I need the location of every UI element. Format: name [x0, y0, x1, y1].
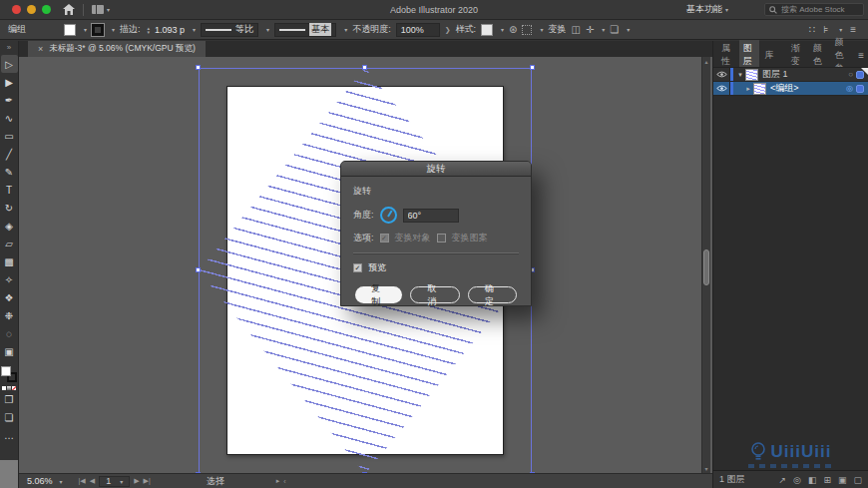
cancel-button[interactable]: 取消	[410, 286, 459, 303]
chevron-down-icon[interactable]: ▾	[540, 26, 543, 33]
scroll-left-icon[interactable]: ‹	[283, 478, 285, 485]
fill-stroke-indicator[interactable]	[1, 366, 17, 382]
rectangle-tool[interactable]: ▭	[1, 127, 18, 145]
chevron-down-icon[interactable]: ▾	[501, 26, 504, 33]
home-icon[interactable]	[63, 4, 75, 15]
new-layer-icon[interactable]: ▣	[838, 475, 847, 485]
shape-modes-icon[interactable]: ❏	[610, 24, 619, 35]
layer-row[interactable]: ▸ <编组> ◎	[713, 82, 868, 96]
zoom-level[interactable]: 5.06%	[27, 476, 53, 486]
chevron-right-icon[interactable]: ❯	[445, 26, 451, 34]
rotate-tool[interactable]: ↻	[1, 199, 18, 217]
fill-color-swatch[interactable]	[64, 24, 76, 36]
collapse-panel-icon[interactable]: »	[7, 43, 11, 55]
layer-row[interactable]: ▾ 图层 1 ○	[713, 68, 868, 82]
first-artboard-icon[interactable]: |◀	[79, 477, 86, 485]
opacity-value[interactable]: 100%	[396, 23, 440, 37]
stroke-weight-stepper[interactable]: ▴▾	[148, 26, 151, 34]
drawing-modes-icon[interactable]: ❐	[1, 390, 18, 408]
scroll-down-icon[interactable]: ▾	[702, 465, 710, 472]
tab-gradient[interactable]: 渐变	[787, 40, 807, 70]
preview-checkbox[interactable]: ✓	[353, 263, 362, 272]
minimize-window-button[interactable]	[27, 5, 36, 14]
tab-libraries[interactable]: 库	[761, 47, 778, 64]
arrange-grid-icon[interactable]: ∷	[809, 24, 815, 35]
chevron-down-icon[interactable]: ▾	[60, 478, 63, 485]
chevron-down-icon[interactable]: ▾	[193, 26, 196, 33]
tab-color[interactable]: 颜色	[809, 40, 829, 70]
selection-indicator[interactable]	[856, 85, 864, 93]
selection-handle[interactable]	[362, 65, 367, 70]
selection-handle[interactable]	[196, 65, 201, 70]
paintbrush-tool[interactable]: ✎	[1, 163, 18, 181]
chevron-down-icon[interactable]: ▾	[735, 71, 745, 79]
document-setup-icon[interactable]	[522, 25, 532, 35]
curvature-tool[interactable]: ∿	[1, 109, 18, 127]
angle-dial[interactable]	[380, 207, 397, 224]
arrange-documents-icon[interactable]	[92, 5, 104, 14]
transform-link[interactable]: 变换	[548, 23, 566, 36]
direct-selection-tool[interactable]: ▶	[1, 73, 18, 91]
artboard-tool[interactable]: ▣	[1, 342, 18, 360]
none-button[interactable]	[12, 386, 16, 390]
workspace-switcher[interactable]: 基本功能 ▾	[686, 3, 728, 16]
isolate-object-icon[interactable]: ◫	[571, 24, 580, 35]
selection-tool[interactable]: ▷	[1, 55, 18, 73]
chevron-down-icon[interactable]: ▾	[112, 26, 115, 33]
chevron-down-icon[interactable]: ▾	[627, 26, 630, 33]
gradient-tool[interactable]: ▩	[1, 252, 18, 270]
collect-for-export-icon[interactable]: ↗	[779, 475, 787, 485]
eyedropper-tool[interactable]: ✧	[1, 270, 18, 288]
document-tab[interactable]: × 未标题-3* @ 5.06% (CMYK/GPU 预览)	[28, 41, 206, 57]
visibility-toggle[interactable]	[713, 68, 730, 81]
zoom-tool[interactable]: ◌	[1, 324, 18, 342]
selection-handle[interactable]	[530, 65, 535, 70]
blend-tool[interactable]: ❖	[1, 288, 18, 306]
layer-name[interactable]: 图层 1	[762, 68, 848, 81]
status-flyout-icon[interactable]: ▸	[276, 477, 280, 485]
chevron-down-icon[interactable]: ▾	[839, 26, 842, 33]
tab-layers[interactable]: 图层	[739, 40, 759, 70]
new-sublayer-icon[interactable]: ⊞	[823, 475, 831, 485]
stroke-color-swatch[interactable]	[92, 24, 104, 36]
scroll-up-icon[interactable]: ▴	[702, 58, 710, 65]
eraser-tool[interactable]: ◈	[1, 217, 18, 235]
brush-definition-dropdown[interactable]: 基本	[274, 23, 336, 37]
artboard-navigator[interactable]: 1 ▾	[99, 476, 130, 487]
graphic-style-swatch[interactable]	[481, 24, 493, 36]
fill-indicator[interactable]	[1, 366, 11, 376]
chevron-right-icon[interactable]: ▸	[743, 85, 753, 93]
delete-selection-icon[interactable]: ▢	[853, 475, 862, 485]
dialog-title[interactable]: 旋转	[341, 162, 531, 177]
chevron-down-icon[interactable]: ▾	[602, 26, 605, 33]
angle-input[interactable]	[403, 209, 459, 223]
pen-tool[interactable]: ✒	[1, 91, 18, 109]
visibility-toggle[interactable]	[713, 82, 730, 95]
free-transform-tool[interactable]: ▱	[1, 235, 18, 252]
stroke-weight-value[interactable]: 1.093 p	[155, 25, 185, 35]
target-circle-icon[interactable]: ◎	[846, 84, 853, 93]
flow-options-icon[interactable]: ⊧	[823, 24, 828, 35]
chevron-down-icon[interactable]: ▾	[84, 26, 87, 33]
align-objects-icon[interactable]: ✛	[586, 24, 594, 35]
last-artboard-icon[interactable]: ▶|	[144, 477, 151, 485]
clipping-mask-icon[interactable]: ◧	[808, 475, 817, 485]
chevron-down-icon[interactable]: ▾	[107, 6, 110, 13]
publish-online-icon[interactable]: ⊛	[509, 24, 517, 35]
chevron-down-icon[interactable]: ▾	[344, 26, 347, 33]
symbol-sprayer-tool[interactable]: ❉	[1, 306, 18, 324]
vertical-scrollbar[interactable]: ▴ ▾	[701, 57, 710, 473]
close-tab-icon[interactable]: ×	[38, 44, 43, 54]
search-input[interactable]: 搜索 Adobe Stock	[764, 3, 864, 16]
screen-mode-icon[interactable]: ❏	[1, 408, 18, 426]
close-window-button[interactable]	[12, 5, 21, 14]
ok-button[interactable]: 确定	[468, 286, 517, 303]
copy-button[interactable]: 复制	[355, 286, 402, 303]
target-circle-icon[interactable]: ○	[848, 70, 853, 79]
scrollbar-thumb[interactable]	[703, 249, 709, 285]
locate-object-icon[interactable]: ◎	[793, 475, 801, 485]
type-tool[interactable]: T	[1, 181, 18, 199]
layer-thumbnail[interactable]	[745, 69, 758, 81]
width-profile-dropdown[interactable]: 等比	[201, 23, 258, 37]
selection-handle[interactable]	[196, 267, 201, 272]
